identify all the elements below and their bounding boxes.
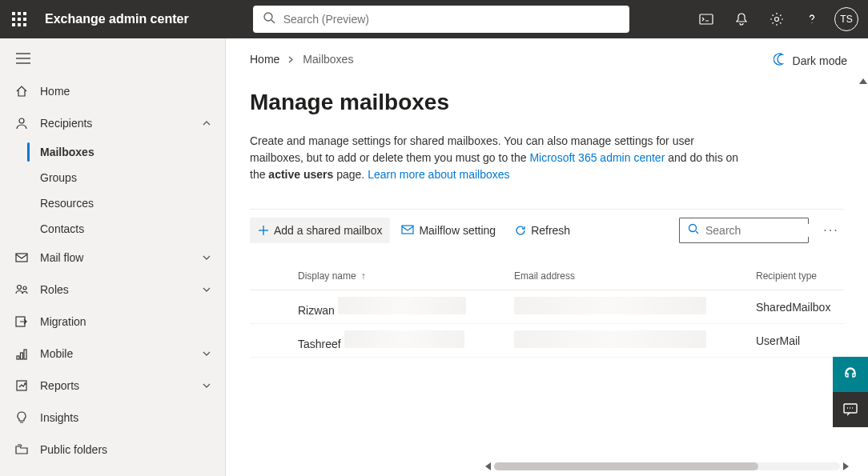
sidebar-item-label: Migration <box>40 315 212 328</box>
roles-icon <box>14 283 29 296</box>
moon-icon <box>774 53 786 68</box>
sidebar-sub-contacts[interactable]: Contacts <box>0 216 225 242</box>
sort-asc-icon: ↑ <box>361 270 366 282</box>
brand-title: Exchange admin center <box>45 12 189 26</box>
gear-icon[interactable] <box>759 0 794 38</box>
m365-admin-link[interactable]: Microsoft 365 admin center <box>529 151 665 164</box>
svg-point-7 <box>19 118 24 123</box>
mailflow-icon <box>401 225 414 236</box>
lightbulb-icon <box>14 411 29 424</box>
sidebar-item-label: Mail flow <box>40 251 190 264</box>
more-options-button[interactable]: ··· <box>818 218 844 243</box>
table-row[interactable]: Rizwan SharedMailbox <box>250 290 844 324</box>
chevron-down-icon <box>201 254 212 262</box>
console-icon[interactable] <box>689 0 724 38</box>
cell-type: SharedMailbox <box>756 301 844 314</box>
reports-icon <box>14 379 29 392</box>
user-avatar[interactable]: TS <box>834 7 858 31</box>
redacted <box>344 330 464 348</box>
scroll-up-indicator[interactable] <box>859 78 867 90</box>
table-search[interactable] <box>679 218 809 243</box>
table-header: Display name↑ Email address Recipient ty… <box>250 262 844 290</box>
breadcrumb-home[interactable]: Home <box>250 53 279 66</box>
refresh-icon <box>515 225 526 236</box>
app-launcher-icon[interactable] <box>0 0 38 38</box>
bell-icon[interactable] <box>724 0 759 38</box>
chevron-down-icon <box>201 350 212 358</box>
chevron-down-icon <box>201 286 212 294</box>
help-panel-button[interactable] <box>833 357 868 392</box>
mail-icon <box>14 251 29 264</box>
svg-point-9 <box>18 286 22 290</box>
hamburger-icon[interactable] <box>0 50 225 75</box>
sidebar-item-mobile[interactable]: Mobile <box>0 338 225 370</box>
mobile-icon <box>14 347 29 360</box>
sidebar-item-publicfolders[interactable]: Public folders <box>0 434 225 466</box>
col-display-name[interactable]: Display name↑ <box>298 270 514 282</box>
svg-rect-15 <box>17 381 26 390</box>
toolbar: Add a shared mailbox Mailflow setting Re… <box>250 209 844 243</box>
svg-point-19 <box>689 225 697 232</box>
sidebar-item-mailflow[interactable]: Mail flow <box>0 242 225 274</box>
sidebar-item-label: Roles <box>40 283 190 296</box>
svg-point-3 <box>775 18 779 22</box>
sidebar-item-migration[interactable]: Migration <box>0 306 225 338</box>
cell-type: UserMail <box>756 334 844 347</box>
plus-icon <box>258 225 269 236</box>
learn-more-link[interactable]: Learn more about mailboxes <box>368 168 509 181</box>
sidebar-item-label: Reports <box>40 379 190 392</box>
refresh-button[interactable]: Refresh <box>507 218 578 243</box>
chevron-up-icon <box>201 119 212 127</box>
add-shared-mailbox-button[interactable]: Add a shared mailbox <box>250 218 390 243</box>
horizontal-scrollbar[interactable] <box>482 462 852 471</box>
sidebar-sub-resources[interactable]: Resources <box>0 190 225 216</box>
sidebar-sub-mailboxes[interactable]: Mailboxes <box>0 139 225 165</box>
dark-mode-label: Dark mode <box>793 54 847 67</box>
cell-name: Rizwan <box>298 304 335 317</box>
sidebar-item-reports[interactable]: Reports <box>0 370 225 402</box>
person-icon <box>14 117 29 130</box>
main-content: Home Mailboxes Dark mode Manage mailboxe… <box>226 38 868 476</box>
top-bar: Exchange admin center TS <box>0 0 868 38</box>
home-icon <box>14 85 29 98</box>
breadcrumb-current: Mailboxes <box>303 53 353 66</box>
svg-rect-13 <box>21 353 23 359</box>
page-title: Manage mailboxes <box>226 66 868 115</box>
global-search[interactable] <box>253 6 629 33</box>
redacted <box>514 330 706 348</box>
feedback-button[interactable] <box>833 392 868 427</box>
scroll-left-icon[interactable] <box>485 462 491 470</box>
svg-point-0 <box>264 13 272 21</box>
breadcrumb: Home Mailboxes <box>226 38 868 66</box>
search-icon <box>263 11 275 27</box>
svg-line-1 <box>271 20 275 23</box>
svg-rect-8 <box>16 254 27 262</box>
sidebar-sub-groups[interactable]: Groups <box>0 165 225 190</box>
sidebar-item-insights[interactable]: Insights <box>0 402 225 434</box>
sidebar-item-label: Recipients <box>40 117 190 130</box>
svg-rect-2 <box>700 14 713 24</box>
table-row[interactable]: Tashreef UserMail <box>250 324 844 358</box>
svg-rect-18 <box>402 226 413 234</box>
col-email[interactable]: Email address <box>514 270 756 282</box>
col-recipient-type[interactable]: Recipient type <box>756 270 844 282</box>
sidebar-item-roles[interactable]: Roles <box>0 274 225 306</box>
folders-icon <box>14 443 29 456</box>
sidebar-item-label: Mobile <box>40 347 190 360</box>
sidebar-item-home[interactable]: Home <box>0 75 225 107</box>
mailflow-setting-button[interactable]: Mailflow setting <box>393 218 504 243</box>
help-icon[interactable] <box>794 0 830 38</box>
chevron-down-icon <box>201 382 212 390</box>
chevron-right-icon <box>287 53 295 66</box>
sidebar-item-label: Home <box>40 85 212 98</box>
scroll-right-icon[interactable] <box>843 462 849 470</box>
global-search-input[interactable] <box>283 13 620 26</box>
redacted <box>514 297 706 314</box>
mailbox-table: Display name↑ Email address Recipient ty… <box>250 262 844 358</box>
sidebar-item-recipients[interactable]: Recipients <box>0 107 225 139</box>
redacted <box>338 297 466 314</box>
dark-mode-toggle[interactable]: Dark mode <box>774 53 847 68</box>
svg-line-20 <box>696 231 698 234</box>
svg-point-10 <box>23 286 26 290</box>
sidebar-item-label: Insights <box>40 411 212 424</box>
